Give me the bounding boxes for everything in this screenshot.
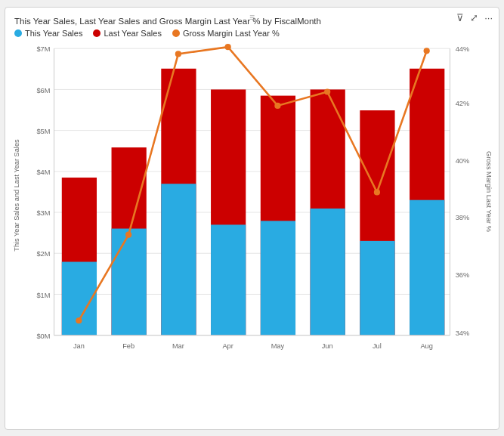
- legend-label-this-year: This Year Sales: [25, 29, 82, 38]
- legend-dot-this-year: [14, 29, 22, 37]
- legend-item-this-year: This Year Sales: [14, 29, 82, 38]
- gm-dot-aug: [424, 48, 430, 54]
- legend-label-last-year: Last Year Sales: [104, 29, 161, 38]
- bar-this-year-jun: [311, 208, 345, 335]
- svg-text:May: May: [271, 342, 285, 350]
- legend-dot-last-year: [93, 29, 100, 37]
- legend-item-last-year: Last Year Sales: [93, 29, 161, 38]
- bar-this-year-mar: [161, 184, 196, 335]
- legend-dot-gross-margin: [172, 29, 180, 37]
- svg-text:38%: 38%: [456, 214, 469, 221]
- svg-text:34%: 34%: [456, 329, 469, 336]
- svg-text:$1M: $1M: [36, 291, 50, 298]
- svg-text:36%: 36%: [456, 271, 469, 278]
- more-icon[interactable]: ···: [484, 12, 493, 23]
- gm-dot-jun: [324, 88, 330, 94]
- svg-text:44%: 44%: [456, 45, 469, 53]
- svg-text:Jul: Jul: [373, 342, 382, 350]
- svg-text:Mar: Mar: [172, 342, 184, 350]
- svg-text:42%: 42%: [456, 99, 469, 107]
- legend-item-gross-margin: Gross Margin Last Year %: [172, 29, 280, 38]
- svg-text:$3M: $3M: [36, 209, 50, 217]
- gm-dot-apr: [225, 44, 231, 50]
- top-icons: ⊽ ⤢ ···: [456, 12, 493, 23]
- gm-dot-jan: [76, 317, 82, 323]
- svg-text:$6M: $6M: [36, 86, 50, 94]
- svg-text:Apr: Apr: [222, 342, 233, 350]
- bar-this-year-aug: [410, 199, 444, 335]
- gm-dot-mar: [175, 51, 181, 57]
- svg-text:Feb: Feb: [122, 342, 135, 350]
- gm-dot-may: [274, 102, 280, 108]
- svg-text:$4M: $4M: [36, 168, 50, 175]
- bar-this-year-jul: [360, 240, 394, 335]
- bar-this-year-may: [261, 221, 295, 335]
- svg-text:40%: 40%: [456, 156, 469, 164]
- chart-area: This Year Sales and Last Year Sales Gros…: [11, 41, 493, 381]
- svg-text:$7M: $7M: [36, 45, 50, 53]
- legend: This Year Sales Last Year Sales Gross Ma…: [11, 29, 493, 38]
- legend-label-gross-margin: Gross Margin Last Year %: [183, 29, 280, 38]
- expand-icon[interactable]: ⤢: [470, 12, 478, 23]
- svg-text:$0M: $0M: [36, 332, 50, 339]
- svg-text:Jun: Jun: [322, 342, 333, 350]
- svg-text:Jan: Jan: [73, 342, 85, 350]
- chart-card: ≡ ⊽ ⤢ ··· This Year Sales, Last Year Sal…: [5, 7, 499, 430]
- filter-icon[interactable]: ⊽: [456, 12, 464, 23]
- svg-text:$2M: $2M: [36, 250, 50, 258]
- svg-text:Gross Margin Last Year %: Gross Margin Last Year %: [485, 151, 493, 232]
- svg-text:This Year Sales and Last Year : This Year Sales and Last Year Sales: [13, 139, 20, 252]
- bar-this-year-feb: [112, 228, 147, 335]
- drag-handle: ≡: [249, 12, 255, 23]
- gm-dot-feb: [125, 231, 131, 237]
- svg-text:$5M: $5M: [36, 127, 50, 135]
- chart-svg: This Year Sales and Last Year Sales Gros…: [11, 41, 493, 381]
- svg-text:Aug: Aug: [420, 342, 432, 350]
- bar-this-year-apr: [211, 224, 246, 335]
- gm-dot-jul: [374, 189, 380, 195]
